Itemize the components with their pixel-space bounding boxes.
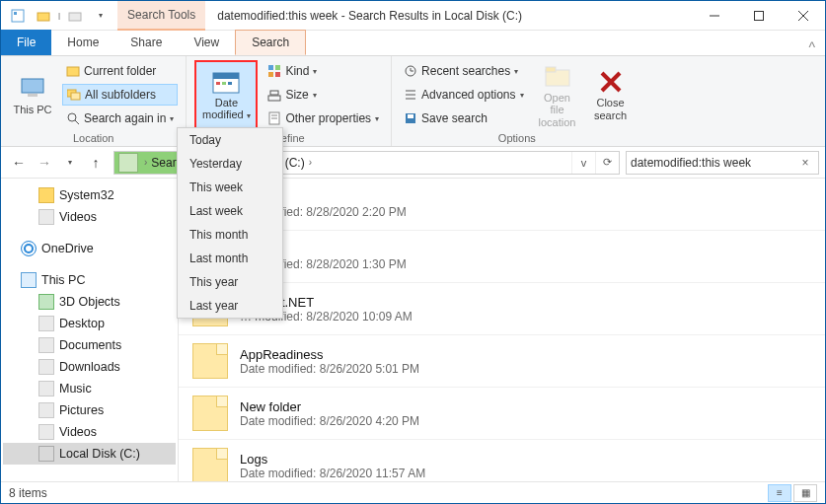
current-folder-button[interactable]: Current folder	[62, 60, 178, 82]
forward-button[interactable]: →	[33, 151, 56, 175]
tree-videos2[interactable]: Videos	[3, 421, 176, 443]
item-name: New folder	[240, 399, 419, 414]
main-area: System32 Videos OneDrive This PC 3D Obje…	[1, 179, 825, 481]
folder-icon	[192, 396, 228, 431]
music-icon	[38, 381, 54, 396]
chevron-down-icon: ▾	[514, 67, 518, 76]
date-modified-button[interactable]: Date modified ▾	[194, 60, 258, 130]
list-item[interactable]: LogsDate modified: 8/26/2020 11:57 AM	[179, 440, 825, 481]
tree-downloads[interactable]: Downloads	[3, 356, 176, 378]
svg-rect-36	[408, 114, 413, 118]
menu-item-this-year[interactable]: This year	[178, 270, 282, 294]
item-meta: Date modified: 8/26/2020 4:20 PM	[240, 414, 419, 428]
chevron-right-icon: ›	[309, 157, 312, 168]
qat-undo-icon[interactable]	[64, 5, 86, 27]
ribbon-collapse-button[interactable]: ^	[798, 39, 825, 55]
refresh-button[interactable]: ⟳	[595, 152, 619, 174]
address-dropdown[interactable]: v	[571, 152, 595, 174]
up-button[interactable]: ↑	[84, 151, 108, 175]
date-modified-menu: Today Yesterday This week Last week This…	[177, 127, 283, 319]
list-item[interactable]: AppReadinessDate modified: 8/26/2020 5:0…	[179, 335, 825, 388]
svg-rect-22	[268, 72, 273, 77]
tree-pictures[interactable]: Pictures	[3, 399, 176, 421]
recent-searches-button[interactable]: Recent searches ▾	[400, 60, 527, 82]
contextual-tab-header: Search Tools	[117, 1, 205, 31]
svg-rect-5	[754, 11, 763, 20]
clear-search-button[interactable]: ×	[796, 156, 814, 170]
folder-icon	[192, 343, 228, 379]
large-icons-view-button[interactable]: ▦	[793, 484, 817, 502]
tab-file[interactable]: File	[1, 30, 51, 55]
qat-properties-icon[interactable]	[7, 5, 29, 27]
history-dropdown[interactable]: ▾	[58, 151, 82, 175]
tree-this-pc[interactable]: This PC	[3, 269, 176, 291]
svg-rect-1	[14, 12, 17, 15]
qat-newfolder-icon[interactable]	[33, 5, 54, 27]
tree-music[interactable]: Music	[3, 378, 176, 399]
qat-customize-dropdown[interactable]: ▾	[90, 5, 112, 27]
menu-item-last-year[interactable]: Last year	[178, 294, 282, 318]
close-search-label: Close search	[589, 97, 633, 120]
advanced-options-button[interactable]: Advanced options ▾	[400, 84, 527, 106]
svg-rect-12	[71, 93, 80, 100]
svg-point-13	[68, 113, 76, 121]
documents-icon	[38, 337, 54, 353]
close-button[interactable]	[781, 1, 825, 31]
item-name: Logs	[240, 452, 425, 467]
list-item[interactable]: New folderDate modified: 8/26/2020 4:20 …	[179, 388, 825, 440]
other-properties-button[interactable]: Other properties ▾	[263, 108, 383, 129]
kind-label: Kind	[285, 64, 309, 78]
all-subfolders-button[interactable]: All subfolders	[62, 84, 178, 106]
chevron-down-icon: ▾	[247, 111, 251, 120]
navigation-pane[interactable]: System32 Videos OneDrive This PC 3D Obje…	[1, 179, 179, 481]
objects-icon	[38, 294, 54, 310]
calendar-icon	[211, 69, 241, 97]
tree-videos[interactable]: Videos	[3, 206, 176, 228]
list-icon	[404, 88, 417, 102]
search-input[interactable]: datemodified:this week ×	[626, 151, 819, 175]
close-search-button[interactable]: Close search	[587, 60, 635, 130]
window-title: datemodified:this week - Search Results …	[205, 9, 692, 23]
minimize-icon	[710, 11, 719, 21]
back-button[interactable]: ←	[7, 151, 31, 175]
tree-desktop[interactable]: Desktop	[3, 313, 176, 334]
kind-button[interactable]: Kind ▾	[263, 60, 383, 82]
other-properties-label: Other properties	[285, 111, 371, 125]
this-pc-button[interactable]: This PC	[9, 60, 56, 130]
menu-item-this-month[interactable]: This month	[178, 223, 282, 247]
maximize-button[interactable]	[736, 1, 781, 31]
tab-search[interactable]: Search	[235, 30, 306, 55]
properties-icon	[267, 111, 281, 125]
tree-system32[interactable]: System32	[3, 184, 176, 206]
menu-item-this-week[interactable]: This week	[178, 176, 282, 199]
menu-item-yesterday[interactable]: Yesterday	[178, 152, 282, 176]
menu-item-today[interactable]: Today	[178, 128, 282, 152]
downloads-icon	[38, 359, 54, 375]
group-location: This PC Current folder All subfolders Se…	[1, 56, 187, 146]
open-file-location-label: Open file location	[536, 92, 579, 127]
tab-view[interactable]: View	[178, 30, 235, 55]
size-button[interactable]: Size ▾	[263, 84, 383, 106]
save-search-button[interactable]: Save search	[400, 108, 527, 129]
svg-rect-38	[546, 67, 556, 72]
tree-local-disk-c[interactable]: Local Disk (C:)	[3, 443, 176, 465]
this-pc-label: This PC	[13, 104, 51, 115]
tree-documents[interactable]: Documents	[3, 334, 176, 356]
details-view-button[interactable]: ≡	[768, 484, 791, 502]
pc-icon	[21, 272, 37, 288]
menu-item-last-month[interactable]: Last month	[178, 247, 282, 270]
open-file-location-button: Open file location	[534, 60, 581, 130]
chevron-down-icon: ▾	[375, 114, 379, 123]
titlebar: | ▾ Search Tools datemodified:this week …	[1, 1, 825, 31]
tree-onedrive[interactable]: OneDrive	[3, 238, 176, 259]
videos-icon	[38, 209, 54, 225]
item-name: AppReadiness	[240, 347, 419, 362]
search-again-in-button[interactable]: Search again in ▾	[62, 108, 178, 129]
tab-home[interactable]: Home	[51, 30, 114, 55]
tab-share[interactable]: Share	[114, 30, 178, 55]
tree-3d-objects[interactable]: 3D Objects	[3, 291, 176, 313]
minimize-button[interactable]	[692, 1, 736, 31]
menu-item-last-week[interactable]: Last week	[178, 199, 282, 223]
status-bar: 8 items ≡ ▦	[1, 481, 825, 503]
onedrive-icon	[21, 241, 37, 256]
